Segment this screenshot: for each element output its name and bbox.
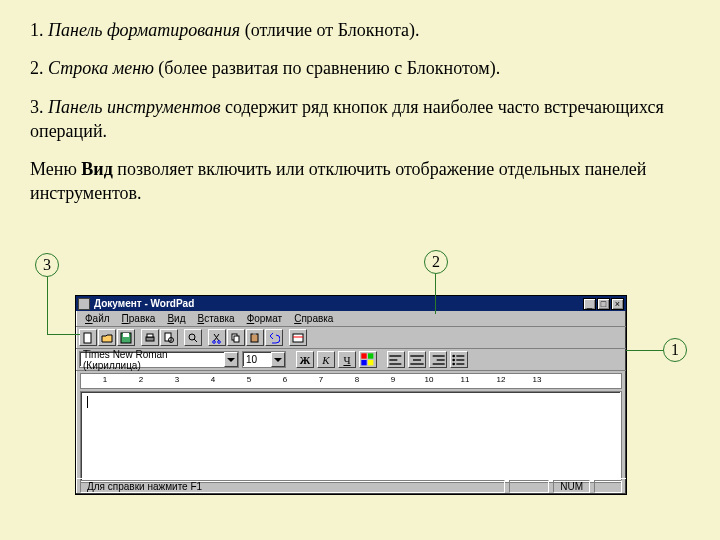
maximize-button[interactable]: □ — [597, 298, 610, 310]
svg-rect-3 — [146, 337, 154, 341]
paragraph-4: Меню Вид позволяет включить или отключит… — [30, 157, 690, 206]
svg-rect-5 — [165, 333, 171, 341]
callout-1-line — [626, 350, 663, 351]
menu-help[interactable]: Справка — [289, 313, 338, 324]
svg-point-12 — [218, 340, 221, 343]
ruler[interactable]: 1 2 3 4 5 6 7 8 9 10 11 12 13 — [80, 373, 622, 389]
callout-3-line-h — [47, 334, 80, 335]
format-toolbar: Times New Roman (Кириллица) 10 Ж К Ч — [76, 349, 626, 371]
svg-rect-2 — [123, 333, 129, 337]
font-size-value: 10 — [246, 354, 257, 365]
cut-button[interactable] — [208, 329, 226, 346]
svg-rect-16 — [253, 333, 256, 335]
term-1: Панель форматирования — [48, 20, 240, 40]
standard-toolbar — [76, 327, 626, 349]
rest-2: (более развитая по сравнению с Блокнотом… — [154, 58, 500, 78]
svg-rect-17 — [293, 334, 303, 342]
copy-button[interactable] — [227, 329, 245, 346]
menu-file[interactable]: Файл — [80, 313, 115, 324]
p4bold: Вид — [81, 159, 112, 179]
bold-button[interactable]: Ж — [296, 351, 314, 368]
find-button[interactable] — [184, 329, 202, 346]
new-button[interactable] — [79, 329, 97, 346]
svg-rect-0 — [84, 333, 91, 343]
term-2: Строка меню — [48, 58, 154, 78]
num-1: 1. — [30, 20, 48, 40]
align-right-button[interactable] — [429, 351, 447, 368]
callout-3: 3 — [35, 253, 59, 277]
close-button[interactable]: × — [611, 298, 624, 310]
num-2: 2. — [30, 58, 48, 78]
wordpad-window: Документ - WordPad _ □ × Файл Правка Вид… — [75, 295, 627, 495]
svg-rect-19 — [361, 353, 366, 358]
p4b: позволяет включить или отключить отображ… — [30, 159, 647, 203]
minimize-button[interactable]: _ — [583, 298, 596, 310]
svg-point-34 — [452, 358, 455, 361]
datetime-button[interactable] — [289, 329, 307, 346]
statusbar: Для справки нажмите F1 NUM — [76, 478, 626, 494]
align-center-button[interactable] — [408, 351, 426, 368]
svg-rect-15 — [251, 334, 258, 342]
status-num: NUM — [553, 480, 590, 493]
underline-button[interactable]: Ч — [338, 351, 356, 368]
editor-area[interactable] — [80, 391, 622, 483]
italic-button[interactable]: К — [317, 351, 335, 368]
text-caret — [87, 396, 88, 408]
svg-rect-20 — [368, 353, 373, 358]
svg-line-8 — [194, 339, 197, 342]
menu-edit[interactable]: Правка — [117, 313, 161, 324]
font-name-value: Times New Roman (Кириллица) — [83, 349, 224, 371]
rest-1: (отличие от Блокнота). — [240, 20, 419, 40]
svg-rect-21 — [361, 360, 366, 365]
preview-button[interactable] — [160, 329, 178, 346]
svg-point-11 — [213, 340, 216, 343]
callout-1: 1 — [663, 338, 687, 362]
color-button[interactable] — [359, 351, 377, 368]
menu-insert[interactable]: Вставка — [192, 313, 239, 324]
font-size-combo[interactable]: 10 — [242, 351, 286, 368]
svg-rect-14 — [234, 336, 239, 342]
align-left-button[interactable] — [387, 351, 405, 368]
num-3: 3. — [30, 97, 48, 117]
paste-button[interactable] — [246, 329, 264, 346]
menu-view[interactable]: Вид — [162, 313, 190, 324]
term-3: Панель инструментов — [48, 97, 220, 117]
p4a: Меню — [30, 159, 81, 179]
status-hint: Для справки нажмите F1 — [80, 480, 505, 493]
bullets-button[interactable] — [450, 351, 468, 368]
window-title: Документ - WordPad — [94, 298, 582, 309]
svg-rect-4 — [147, 334, 153, 337]
save-button[interactable] — [117, 329, 135, 346]
print-button[interactable] — [141, 329, 159, 346]
callout-2: 2 — [424, 250, 448, 274]
svg-point-32 — [452, 354, 455, 357]
menu-format[interactable]: Формат — [242, 313, 288, 324]
svg-rect-22 — [368, 360, 373, 365]
titlebar[interactable]: Документ - WordPad _ □ × — [76, 296, 626, 311]
paragraph-3: 3. Панель инструментов содержит ряд кноп… — [30, 95, 690, 144]
paragraph-2: 2. Строка меню (более развитая по сравне… — [30, 56, 690, 80]
chevron-down-icon[interactable] — [271, 352, 285, 367]
app-icon — [78, 298, 90, 310]
menubar: Файл Правка Вид Вставка Формат Справка — [76, 311, 626, 327]
chevron-down-icon[interactable] — [224, 352, 238, 367]
callout-3-line-v — [47, 277, 48, 334]
paragraph-1: 1. Панель форматирования (отличие от Бло… — [30, 18, 690, 42]
callout-2-line — [435, 274, 436, 314]
font-name-combo[interactable]: Times New Roman (Кириллица) — [79, 351, 239, 368]
undo-button[interactable] — [265, 329, 283, 346]
svg-point-36 — [452, 362, 455, 365]
open-button[interactable] — [98, 329, 116, 346]
